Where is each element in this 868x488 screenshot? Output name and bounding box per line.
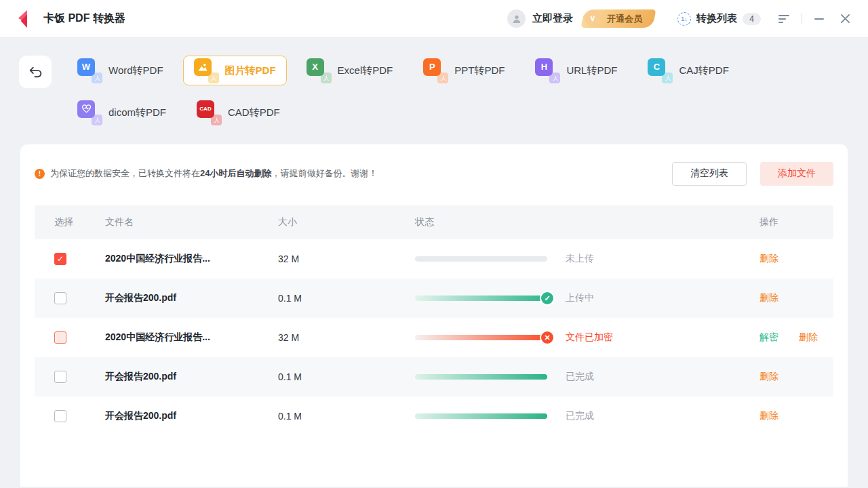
status-label: 未上传: [566, 253, 594, 265]
progress-bar: ✕: [415, 335, 547, 340]
delete-link[interactable]: 删除: [760, 253, 778, 265]
status-label: 文件已加密: [566, 331, 613, 344]
file-size: 32 M: [278, 253, 415, 264]
tab-label: CAD转PDF: [228, 106, 280, 119]
tab-word-to-pdf[interactable]: W 人 Word转PDF: [66, 56, 174, 85]
user-icon: [511, 14, 522, 24]
data-safety-notice: ! 为保证您的数据安全，已转换文件将在24小时后自动删除，请提前做好备份。谢谢！: [35, 167, 377, 180]
warning-icon: !: [35, 169, 45, 179]
tab-label: CAJ转PDF: [679, 64, 728, 77]
clear-list-button[interactable]: 清空列表: [672, 162, 747, 186]
delete-link[interactable]: 删除: [799, 331, 818, 344]
close-icon[interactable]: [840, 14, 850, 24]
file-size: 0.1 M: [278, 293, 415, 304]
file-name: 开会报告200.pdf: [105, 292, 278, 304]
tab-caj-to-pdf[interactable]: C 人 CAJ转PDF: [637, 56, 739, 85]
cad-icon: CAD 人: [197, 100, 222, 125]
table-header: 选择 文件名 大小 状态 操作: [35, 205, 833, 239]
add-file-button[interactable]: 添加文件: [760, 162, 833, 186]
conversion-count-badge: 4: [743, 13, 761, 25]
word-icon: W 人: [77, 58, 102, 83]
app-logo-icon: [18, 9, 35, 28]
progress-end-icon: ✓: [540, 291, 555, 306]
vip-label: 开通会员: [607, 9, 642, 28]
file-size: 0.1 M: [278, 371, 415, 382]
tab-label: URL转PDF: [566, 64, 617, 77]
tab-ppt-to-pdf[interactable]: P 人 PPT转PDF: [412, 56, 515, 85]
back-arrow-icon: [28, 64, 43, 80]
row-checkbox[interactable]: [54, 331, 66, 344]
conversion-progress-icon: 1↓: [677, 12, 691, 26]
tab-image-to-pdf[interactable]: 人 图片转PDF: [183, 56, 287, 85]
table-row: 开会报告200.pdf 0.1 M 已完成 删除: [35, 396, 833, 436]
titlebar: 卡饭 PDF 转换器 立即登录 ∨ 开通会员 1↓ 转换列表 4: [0, 0, 868, 38]
tab-label: PPT转PDF: [454, 64, 505, 77]
col-size: 大小: [278, 216, 415, 228]
tabs-area: W 人 Word转PDF 人 图片转PDF X 人 Excel转PDF P: [0, 38, 868, 127]
file-name: 2020中国经济行业报告...: [105, 253, 278, 265]
back-button[interactable]: [19, 56, 52, 88]
progress-bar: [415, 413, 547, 419]
vip-check-icon: ∨: [585, 10, 601, 26]
status-label: 已完成: [566, 410, 594, 422]
progress-bar: [415, 374, 547, 380]
delete-link[interactable]: 删除: [760, 371, 778, 383]
file-name: 2020中国经济行业报告...: [105, 331, 278, 344]
vip-button[interactable]: ∨ 开通会员: [583, 9, 654, 28]
col-filename: 文件名: [105, 216, 278, 228]
col-actions: 操作: [760, 216, 833, 228]
tab-cad-to-pdf[interactable]: CAD 人 CAD转PDF: [186, 98, 291, 127]
tab-label: 图片转PDF: [225, 64, 276, 77]
delete-link[interactable]: 删除: [760, 410, 778, 422]
row-checkbox[interactable]: ✓: [54, 253, 66, 265]
tab-excel-to-pdf[interactable]: X 人 Excel转PDF: [296, 56, 404, 85]
conversion-list-label: 转换列表: [696, 12, 737, 25]
table-row: 2020中国经济行业报告... 32 M ✕ 文件已加密 解密 删除: [35, 318, 833, 357]
table-row: 开会报告200.pdf 0.1 M 已完成 删除: [35, 357, 833, 396]
file-name: 开会报告200.pdf: [105, 371, 278, 383]
progress-end-icon: ✕: [540, 330, 555, 345]
avatar[interactable]: [507, 9, 526, 28]
delete-link[interactable]: 删除: [760, 292, 778, 304]
status-label: 已完成: [566, 371, 594, 383]
row-checkbox[interactable]: [54, 410, 66, 422]
tab-dicom-to-pdf[interactable]: 人 dicom转PDF: [66, 98, 177, 127]
notice-text: 为保证您的数据安全，已转换文件将在24小时后自动删除，请提前做好备份。谢谢！: [50, 167, 377, 180]
table-row: ✓ 2020中国经济行业报告... 32 M 未上传 删除: [35, 239, 833, 279]
col-select: 选择: [35, 216, 105, 228]
image-icon: 人: [194, 58, 219, 83]
tab-label: Word转PDF: [108, 64, 163, 77]
status-label: 上传中: [566, 292, 594, 304]
notice-row: ! 为保证您的数据安全，已转换文件将在24小时后自动删除，请提前做好备份。谢谢！…: [35, 144, 833, 186]
file-size: 32 M: [278, 332, 415, 343]
minimize-icon[interactable]: [814, 18, 824, 20]
file-size: 0.1 M: [278, 411, 415, 422]
tabs-wrap: W 人 Word转PDF 人 图片转PDF X 人 Excel转PDF P: [66, 56, 840, 127]
progress-bar: ✓: [415, 296, 547, 301]
col-status: 状态: [415, 216, 760, 228]
table-row: 开会报告200.pdf 0.1 M ✓ 上传中 删除: [35, 279, 833, 318]
tab-label: dicom转PDF: [108, 106, 166, 119]
ppt-icon: P 人: [423, 58, 448, 83]
progress-bar: [415, 256, 547, 262]
app-title: 卡饭 PDF 转换器: [43, 12, 125, 26]
menu-icon[interactable]: [778, 15, 789, 23]
row-checkbox[interactable]: [54, 292, 66, 304]
decrypt-link[interactable]: 解密: [760, 331, 778, 344]
heart-icon: 人: [77, 100, 102, 125]
url-icon: H 人: [535, 58, 560, 83]
main-panel: ! 为保证您的数据安全，已转换文件将在24小时后自动删除，请提前做好备份。谢谢！…: [20, 144, 848, 487]
excel-icon: X 人: [307, 58, 332, 83]
row-checkbox[interactable]: [54, 371, 66, 383]
caj-icon: C 人: [648, 58, 673, 83]
tab-url-to-pdf[interactable]: H 人 URL转PDF: [524, 56, 628, 85]
tab-label: Excel转PDF: [338, 64, 393, 77]
conversion-list-button[interactable]: 1↓ 转换列表 4: [677, 12, 761, 26]
file-name: 开会报告200.pdf: [105, 410, 278, 422]
divider: [802, 14, 802, 24]
login-button[interactable]: 立即登录: [532, 12, 573, 25]
